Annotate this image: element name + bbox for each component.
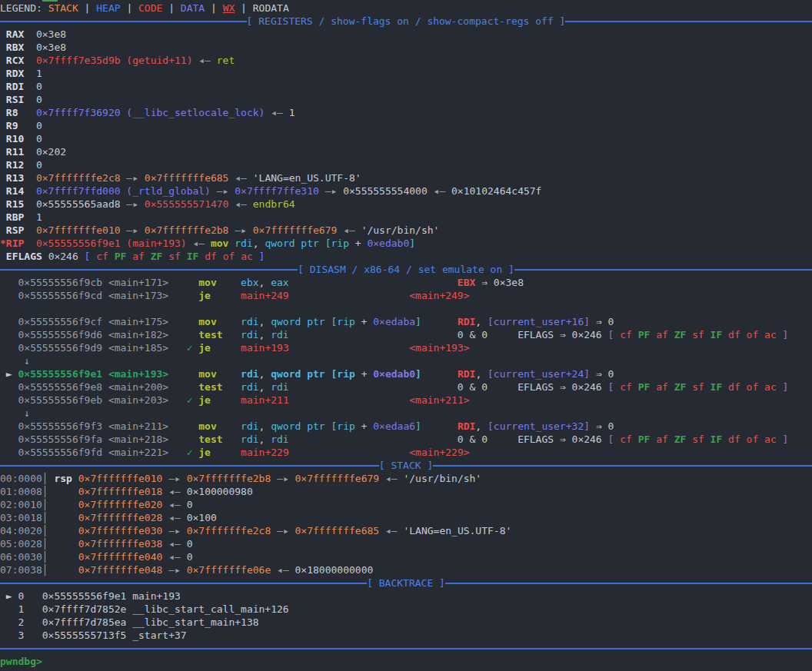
text-run: 0×55555556f9d9 <main+185> <box>0 342 168 354</box>
text-run: , <box>259 420 271 432</box>
text-run: 2 0×7ffff7d785ea __libc_start_main+138 <box>0 616 259 628</box>
text-run: ◂— <box>192 55 216 66</box>
text-run: , <box>475 420 488 432</box>
text-run: + <box>349 238 367 249</box>
text-run: , <box>259 368 271 380</box>
text-run: , <box>475 316 488 327</box>
text-run: —▸ <box>228 224 252 236</box>
text-run: RDI <box>0 81 36 92</box>
text-run: IF <box>710 329 728 340</box>
register-row-rip: *RIP 0×55555556f9e1 (main+193) ◂— mov rd… <box>0 237 812 250</box>
text-run: EFLAGS <box>0 251 48 262</box>
stack-row-03: 03:0018│ 0×7fffffffe028 ◂— 0×100 <box>0 511 812 524</box>
text-run: 0×7fffffffe020 <box>78 499 163 510</box>
text-run: RDX <box>0 68 36 79</box>
text-run: 0 <box>187 551 193 563</box>
text-run <box>421 316 458 327</box>
text-run: 0×55555556f9fd <main+221> <box>0 447 168 458</box>
text-run: test <box>198 329 222 340</box>
text-run: sf <box>692 433 710 445</box>
text-run: ] <box>415 420 421 432</box>
stack-section-header-label: [ STACK ] <box>379 459 433 472</box>
text-run: ✓ <box>187 394 199 406</box>
text-run: [ <box>85 251 97 262</box>
text-run: <main+211> <box>409 394 469 406</box>
terminal-output: LEGEND: STACK | HEAP | CODE | DATA | WX … <box>0 2 812 655</box>
text-run <box>48 525 78 536</box>
text-run: CODE <box>138 2 162 14</box>
text-run <box>289 342 410 354</box>
text-run: [ <box>608 433 621 445</box>
text-run <box>211 290 241 301</box>
text-run: 0×7fffffffe028 <box>78 512 163 523</box>
text-run: test <box>198 433 222 445</box>
text-run: rdi <box>241 329 258 340</box>
text-run: main+229 <box>241 447 289 458</box>
text-run: rdi <box>271 433 288 445</box>
text-run: 0×10102464c457f <box>451 185 541 197</box>
register-row-eflags: EFLAGS 0×246 [ cf PF af ZF sf IF df of a… <box>0 250 812 263</box>
text-run: —▸ <box>121 224 145 236</box>
text-run: of <box>223 251 241 262</box>
text-run: 0×7fffffffe010 <box>36 224 121 236</box>
text-run: rdi <box>241 433 258 445</box>
legend-line: LEGEND: STACK | HEAP | CODE | DATA | WX … <box>0 2 812 15</box>
text-run: sf <box>168 251 186 262</box>
text-run: 00:0000│ <box>0 473 48 484</box>
text-run: ◂— <box>228 198 252 210</box>
separator-line <box>0 269 298 271</box>
text-run: ◂— <box>379 473 403 484</box>
text-run <box>289 381 458 393</box>
stack-row-07: 07:0038│ 0×7fffffffe048 —▸ 0×7fffffffe06… <box>0 563 812 576</box>
text-run: R11 <box>0 146 36 158</box>
register-row-rdi: RDI 0 <box>0 80 812 93</box>
pwndbg-prompt[interactable]: pwndbg> <box>0 656 48 667</box>
text-run: af <box>656 433 674 445</box>
disasm-row-main-175: 0×55555556f9cf <main+175> mov rdi, qword… <box>0 315 812 328</box>
text-run <box>48 551 78 563</box>
text-run: RDI <box>458 316 475 327</box>
text-run: 0×246 <box>48 251 85 262</box>
stack-row-06: 06:0030│ 0×7fffffffe040 ◂— 0 <box>0 550 812 563</box>
text-run: *RIP <box>0 238 36 249</box>
text-run: <main+249> <box>409 290 469 301</box>
pwndbg-terminal[interactable]: LEGEND: STACK | HEAP | CODE | DATA | WX … <box>0 0 812 671</box>
text-run: 0×7ffff7ffd000 (_rtld_global) <box>36 185 211 197</box>
text-run: 0×55555556f9fa <main+218> <box>0 433 198 445</box>
text-run: 0×7fffffffe010 <box>78 473 163 484</box>
disasm-row-main-218: 0×55555556f9fa <main+218> test rdi, rdi … <box>0 433 812 446</box>
text-run: rdi <box>271 329 288 340</box>
prompt-line[interactable]: pwndbg> <box>0 655 812 668</box>
text-run: + <box>355 368 373 380</box>
backtrace-frame-1: 1 0×7ffff7d7852e __libc_start_call_main+… <box>0 603 812 616</box>
text-run: ac <box>764 433 782 445</box>
text-run: ] <box>783 433 789 445</box>
text-run: 0×55555556f9eb <main+203> <box>0 394 168 406</box>
register-row-rbp: RBP 1 <box>0 211 812 224</box>
register-row-r13: R13 0×7fffffffe2c8 —▸ 0×7fffffffe685 ◂— … <box>0 171 812 184</box>
text-run: | <box>162 2 180 14</box>
text-run: ⇒ 0 <box>590 420 614 432</box>
text-run: RDI <box>458 368 475 380</box>
text-run: , <box>259 381 271 393</box>
text-run: 0 <box>36 94 42 105</box>
text-run: 0×edaa6 <box>373 420 415 432</box>
register-row-rax: RAX 0×3e8 <box>0 28 812 41</box>
text-run: main+211 <box>241 394 289 406</box>
text-run: 0 <box>187 538 193 550</box>
text-run: mov <box>198 368 216 380</box>
register-row-rsi: RSI 0 <box>0 93 812 106</box>
text-run <box>168 342 186 354</box>
text-run: ◂— <box>162 499 186 510</box>
register-row-r11: R11 0×202 <box>0 145 812 158</box>
text-run: RBP <box>0 211 36 223</box>
separator-line <box>514 269 812 271</box>
text-run <box>211 394 241 406</box>
text-run: + <box>355 316 373 327</box>
text-run: mov <box>211 238 228 249</box>
register-row-rdx: RDX 1 <box>0 67 812 80</box>
text-run: qword ptr [rip <box>271 316 355 327</box>
text-run: 0×7fffffffe06e <box>187 564 271 576</box>
text-run: —▸ <box>211 185 235 197</box>
disasm-row-main-185: 0×55555556f9d9 <main+185> ✓ je main+193 … <box>0 341 812 354</box>
